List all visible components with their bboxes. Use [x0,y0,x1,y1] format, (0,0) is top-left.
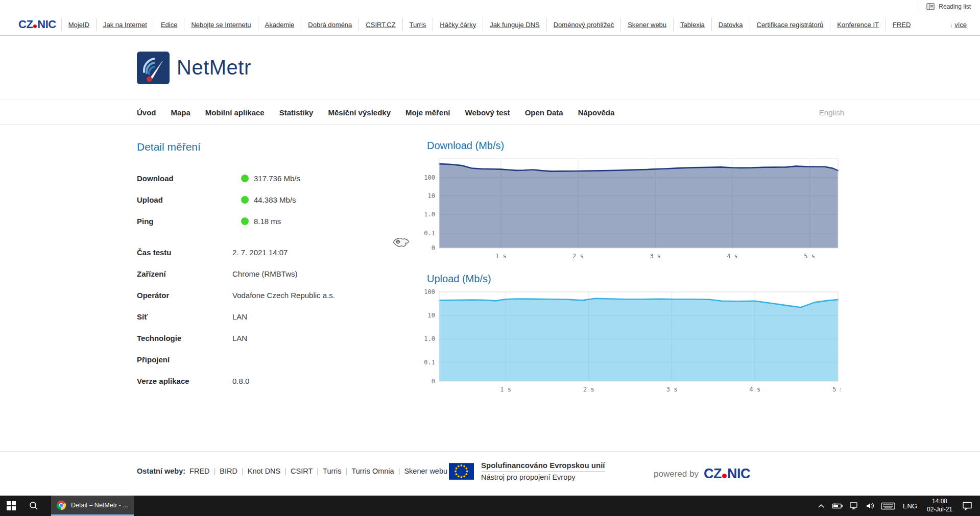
top-link[interactable]: Dobrá doména [308,21,352,29]
svg-text:100: 100 [424,289,435,296]
top-link[interactable]: Akademie [265,21,295,29]
upload-chart-block: Upload (Mb/s) 100101.00.101 s2 s3 s4 s5 … [417,273,846,398]
divider [919,3,919,11]
top-link[interactable]: CSIRT.CZ [366,21,395,29]
divider: | [317,467,319,475]
footer-link[interactable]: Turris [323,467,342,475]
taskbar-search-button[interactable] [22,496,45,516]
footer-link[interactable]: CSIRT [291,467,313,475]
detail-row-label: Upload [137,195,232,204]
top-link-item: Doménový prohlížeč [546,18,621,31]
cznic-logo-nic: NIC [727,466,750,482]
top-link[interactable]: Háčky čárky [440,21,476,29]
top-link[interactable]: Konference IT [837,21,879,29]
upload-chart-title: Upload (Mb/s) [427,273,846,285]
cznic-logo[interactable]: CZNIC [18,18,56,31]
page-title: Detail měření [137,141,423,153]
powered-by: powered by CZNIC [654,466,750,482]
top-link-item: Skener webu [620,18,673,31]
taskbar-tile-title: Detail – NetMetr - ... [71,502,128,509]
nav-item-moje-m-en-[interactable]: Moje měření [405,108,450,117]
detail-row-label: Čas testu [137,248,232,257]
speaker-icon[interactable] [864,496,877,516]
action-center-icon[interactable] [959,496,976,516]
footer-link[interactable]: Turris Omnia [351,467,394,475]
svg-text:2 s: 2 s [572,253,584,260]
nav-item-webov-test[interactable]: Webový test [465,108,510,117]
chart-plot: 100101.00.101 s2 s3 s4 s5 s [417,156,841,262]
chart-plot: 100101.00.101 s2 s3 s4 s5 s [417,289,841,396]
top-link[interactable]: Tablexia [680,21,705,29]
svg-text:4 s: 4 s [749,386,760,393]
top-link[interactable]: Certifikace registrátorů [757,21,824,29]
cznic-footer-logo[interactable]: CZNIC [704,466,750,482]
nav-item-n-pov-da[interactable]: Nápověda [578,108,615,117]
nav-item-m-s-n-v-sledky[interactable]: Měsíční výsledky [328,108,391,117]
top-link[interactable]: Jak na Internet [103,21,147,29]
top-link[interactable]: MojeID [68,21,89,29]
svg-text:10: 10 [428,192,435,200]
svg-text:1 s: 1 s [495,253,507,260]
top-link-item: CSIRT.CZ [358,18,402,31]
svg-text:0: 0 [432,378,435,385]
top-link[interactable]: Datovka [719,21,743,29]
cznic-logo-cz: CZ [18,18,33,31]
nav-item-mapa[interactable]: Mapa [171,108,190,117]
detail-row-value: 317.736 Mb/s [254,174,300,183]
taskbar-clock[interactable]: 14:08 02-Jul-21 [924,498,955,513]
top-link-item: Nebojte se Internetu [184,18,257,31]
czech-map-icon[interactable] [392,236,410,250]
top-link[interactable]: Turris [410,21,426,29]
battery-icon[interactable] [831,496,844,516]
netmetr-logo-icon[interactable] [137,52,170,84]
chrome-icon [56,500,66,510]
detail-row-value: LAN [232,334,247,342]
nav-item-open-data[interactable]: Open Data [525,108,563,117]
other-webs-label: Ostatní weby: [137,467,185,475]
nav-item-statistiky[interactable]: Statistiky [279,108,314,117]
svg-text:3 s: 3 s [666,386,678,393]
header: NetMetr [0,36,980,100]
footer-link[interactable]: Knot DNS [248,467,280,475]
footer-link[interactable]: BIRD [220,467,237,475]
network-icon[interactable] [847,496,861,516]
detail-row: Čas testu2. 7. 2021 14:07 [137,241,423,263]
svg-text:0.1: 0.1 [424,359,435,366]
top-link[interactable]: Nebojte se Internetu [191,21,251,29]
detail-row-label: Verze aplikace [137,377,232,385]
language-switch[interactable]: English [819,108,844,117]
taskbar-chrome-tile[interactable]: Detail – NetMetr - ... [51,496,134,516]
nav-item--vod[interactable]: Úvod [137,108,156,117]
top-link[interactable]: Skener webu [628,21,666,29]
top-link[interactable]: Jak funguje DNS [490,21,540,29]
detail-row-value: 0.8.0 [232,377,249,385]
divider: | [346,467,348,475]
brand-name[interactable]: NetMetr [177,56,251,79]
more-link[interactable]: ↓více [950,21,967,29]
keyboard-icon[interactable] [880,496,896,516]
footer-link[interactable]: Skener webu [404,467,447,475]
top-link[interactable]: Edice [161,21,178,29]
top-link-item: Datovka [711,18,750,31]
top-link-item: Certifikace registrátorů [750,18,830,31]
top-link[interactable]: FRED [893,21,911,29]
reading-list-label[interactable]: Reading list [939,3,971,10]
svg-text:0.1: 0.1 [424,230,435,237]
tray-chevron-up-icon[interactable] [815,496,828,516]
reading-list-icon[interactable] [926,3,935,10]
cznic-logo-dot-icon [33,24,37,28]
detail-row-label: Síť [137,312,232,321]
nav-item-mobiln-aplikace[interactable]: Mobilní aplikace [205,108,265,117]
cznic-sites-bar: CZNIC MojeIDJak na InternetEdiceNebojte … [0,14,980,36]
detail-row: OperátorVodafone Czech Republic a.s. [137,284,423,306]
top-link-item: Turris [402,18,433,31]
eu-text: Spolufinancováno Evropskou unií Nástroj … [481,461,605,481]
start-button[interactable] [0,496,22,516]
footer: Ostatní weby:FRED|BIRD|Knot DNS|CSIRT|Tu… [0,451,980,496]
main-nav: ÚvodMapaMobilní aplikaceStatistikyMěsíčn… [0,100,980,125]
top-link[interactable]: Doménový prohlížeč [554,21,614,29]
other-webs: Ostatní weby:FRED|BIRD|Knot DNS|CSIRT|Tu… [137,467,447,475]
footer-link[interactable]: FRED [189,467,209,475]
taskbar-time: 14:08 [932,498,947,505]
language-indicator[interactable]: ENG [899,502,921,510]
